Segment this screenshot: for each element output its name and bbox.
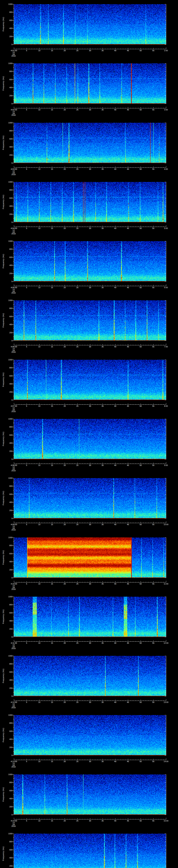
y-tick-label: 200 [6, 154, 12, 156]
x-tick-label: 10 [38, 524, 40, 526]
x-tick-minor [125, 404, 126, 404]
y-tick-minor-right [165, 245, 166, 245]
x-tick-major [90, 107, 90, 108]
x-tick-label: 20 [64, 583, 66, 585]
x-tick-minor [120, 582, 121, 582]
x-tick-minor [133, 819, 133, 819]
y-tick-minor-left [13, 668, 14, 668]
x-tick-major [90, 818, 90, 819]
x-tick-label: 45 [127, 583, 129, 585]
x-tick-label: 5 [26, 168, 27, 170]
x-tick-minor [95, 404, 95, 404]
y-tick-major-right [165, 392, 166, 392]
x-tick-minor [146, 582, 146, 582]
x-tick-minor [120, 49, 121, 49]
x-tick-minor [47, 286, 47, 286]
y-tick-label: 1000 [6, 122, 12, 124]
x-tick-minor [100, 108, 100, 108]
x-tick-minor [133, 345, 133, 345]
y-tick-major-left [12, 4, 14, 4]
spectrogram-panel: Frequency (Hz) 0200400600800100051015202… [0, 830, 178, 868]
y-axis-line-right [166, 715, 166, 755]
y-tick-label: 600 [6, 553, 12, 555]
y-tick-major-right [165, 368, 166, 368]
y-tick-major-right [165, 308, 166, 309]
y-tick-label: 400 [6, 857, 12, 859]
x-tick-minor [24, 523, 24, 523]
x-tick-label: 25 [76, 227, 79, 229]
x-tick-minor [133, 286, 133, 286]
y-tick-major-left [12, 249, 14, 249]
x-tick-minor [92, 760, 93, 760]
x-tick-major [52, 166, 52, 167]
x-tick-minor [97, 49, 98, 49]
y-tick-label: 800 [6, 367, 12, 369]
x-tick-label: 35 [101, 464, 103, 466]
x-tick-minor [130, 819, 131, 819]
x-tick-minor [19, 819, 19, 819]
x-tick-minor [82, 345, 83, 345]
x-tick-major [166, 48, 166, 49]
x-tick-label: 45 [127, 109, 129, 111]
y-tick-minor-left [13, 75, 14, 76]
y-tick-minor-right [165, 194, 166, 194]
x-tick-major [166, 403, 166, 404]
x-tick-minor [125, 463, 126, 464]
y-axis-title: Frequency (Hz) [2, 426, 4, 452]
x-tick-minor [82, 49, 83, 49]
x-tick-minor [54, 345, 55, 345]
y-tick-major-right [165, 265, 166, 266]
x-tick-minor [161, 463, 161, 464]
x-tick-minor [49, 641, 50, 642]
y-tick-minor-right [165, 676, 166, 676]
y-tick-minor-left [13, 431, 14, 431]
x-tick-minor [136, 286, 136, 286]
y-tick-major-left [12, 20, 14, 21]
x-tick-minor [146, 286, 146, 286]
x-tick-minor [146, 404, 146, 404]
y-tick-label: 400 [6, 27, 12, 29]
y-tick-minor-left [13, 135, 14, 135]
x-tick-minor [44, 641, 44, 642]
x-end-time-label: 12:00 [164, 642, 169, 644]
x-tick-label: 20 [64, 405, 66, 407]
y-tick-major-left [12, 774, 14, 775]
x-tick-label: 15 [51, 583, 53, 585]
x-tick-minor [54, 167, 55, 167]
x-tick-minor [97, 463, 98, 464]
x-tick-label: 15 [51, 701, 53, 703]
x-tick-minor [47, 760, 47, 760]
y-tick-label: 400 [6, 561, 12, 563]
x-tick-minor [87, 108, 88, 108]
x-end-time-label: 10:00 [164, 524, 169, 526]
x-tick-label: 20 [64, 820, 66, 822]
spectrogram-panel: Frequency (Hz) 0200400600800100051015202… [0, 296, 178, 355]
y-tick-label: 0 [6, 162, 12, 164]
x-tick-label: 45 [127, 346, 129, 348]
x-tick-minor [161, 760, 161, 760]
x-tick-minor [54, 226, 55, 227]
x-tick-minor [24, 345, 24, 345]
y-tick-label: 1000 [6, 240, 12, 242]
x-axis-date-line: 2016 [11, 707, 16, 709]
y-tick-minor-left [13, 143, 14, 143]
x-tick-minor [125, 49, 126, 49]
y-tick-major-left [12, 419, 14, 419]
x-tick-label: 50 [140, 524, 142, 526]
x-end-time-label: 13:00 [164, 701, 169, 703]
x-tick-minor [130, 49, 131, 49]
x-tick-major [14, 640, 14, 642]
x-tick-major [141, 166, 141, 167]
x-tick-label: 50 [140, 820, 142, 822]
x-tick-major [90, 226, 90, 227]
y-tick-minor-right [165, 692, 166, 692]
x-tick-label: 30 [89, 464, 91, 466]
x-tick-label: 35 [101, 287, 103, 288]
x-tick-minor [120, 404, 121, 404]
y-tick-label: 200 [6, 332, 12, 334]
x-end-time-label: 3:00 [164, 109, 168, 111]
y-tick-minor-left [13, 127, 14, 127]
x-tick-label: 45 [127, 642, 129, 644]
y-tick-major-left [12, 333, 14, 333]
y-tick-label: 800 [6, 70, 12, 72]
